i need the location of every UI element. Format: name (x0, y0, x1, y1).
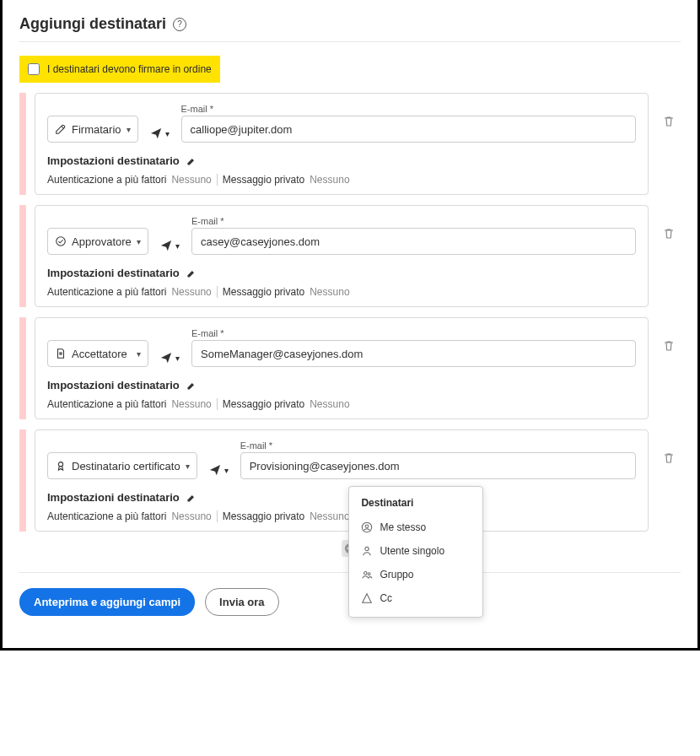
check-circle-icon (55, 235, 67, 247)
paper-plane-icon (160, 352, 172, 364)
chevron-down-icon: ▾ (137, 349, 141, 359)
help-icon[interactable]: ? (173, 18, 186, 31)
edit-settings-button[interactable] (186, 156, 197, 166)
paper-plane-icon (209, 464, 221, 476)
recipient-row: Firmatario ▾ ▾ E-mail * Im (19, 93, 681, 195)
order-accent (19, 93, 26, 195)
role-label: Accettatore (72, 348, 127, 360)
delete-recipient-button[interactable] (657, 110, 681, 133)
send-type-select[interactable]: ▾ (157, 348, 183, 367)
send-type-select[interactable]: ▾ (147, 124, 173, 143)
edit-settings-button[interactable] (186, 493, 197, 503)
paper-plane-icon (150, 127, 162, 139)
role-label: Approvatore (72, 235, 132, 248)
chevron-down-icon: ▾ (127, 125, 131, 134)
role-select[interactable]: Approvatore ▾ (47, 228, 148, 255)
chevron-down-icon: ▾ (224, 466, 229, 475)
role-select[interactable]: Accettatore ▾ (47, 340, 148, 367)
send-type-select[interactable]: ▾ (157, 236, 183, 255)
add-recipient-popover: Destinatari Me stesso Utente singolo Gru… (348, 486, 483, 618)
popover-item-group[interactable]: Gruppo (349, 563, 482, 586)
svg-point-7 (369, 573, 371, 575)
private-message-value: Nessuno (310, 174, 349, 186)
popover-title: Destinatari (349, 494, 482, 516)
private-message-value: Nessuno (310, 398, 349, 410)
edit-settings-button[interactable] (186, 268, 197, 278)
send-type-select[interactable]: ▾ (206, 461, 232, 479)
page-title: Aggiungi destinatari (19, 15, 166, 33)
mfa-value: Nessuno (171, 174, 211, 186)
send-now-button[interactable]: Invia ora (205, 588, 278, 616)
cc-icon (361, 592, 373, 604)
mfa-value: Nessuno (171, 286, 211, 298)
email-field-label: E-mail * (191, 328, 636, 338)
svg-point-4 (366, 525, 369, 528)
email-field-label: E-mail * (240, 440, 636, 451)
private-message-label: Messaggio privato (223, 174, 304, 186)
popover-item-label: Utente singolo (380, 545, 444, 557)
email-field[interactable] (191, 340, 636, 367)
paper-plane-icon (160, 240, 172, 251)
recipient-row: Approvatore ▾ ▾ E-mail * I (19, 205, 681, 307)
order-accent (19, 429, 26, 532)
user-circle-icon (361, 521, 373, 533)
recipient-settings-header: Impostazioni destinatario (47, 154, 180, 167)
email-field-label: E-mail * (191, 216, 636, 226)
sign-in-order-label: I destinatari devono firmare in ordine (47, 63, 212, 75)
preview-and-add-fields-button[interactable]: Anteprima e aggiungi campi (19, 588, 195, 616)
recipient-row: Accettatore ▾ ▾ E-mail * I (19, 317, 681, 419)
recipient-settings-header: Impostazioni destinatario (47, 267, 180, 279)
mfa-label: Autenticazione a più fattori (47, 510, 166, 522)
mfa-label: Autenticazione a più fattori (47, 174, 166, 186)
document-icon (55, 348, 67, 359)
svg-point-5 (365, 547, 369, 550)
recipient-settings-header: Impostazioni destinatario (47, 379, 180, 392)
separator (217, 174, 218, 186)
mfa-label: Autenticazione a più fattori (47, 286, 166, 298)
email-field[interactable] (181, 116, 636, 143)
order-accent (19, 317, 26, 419)
delete-recipient-button[interactable] (657, 222, 681, 246)
email-field[interactable] (191, 228, 636, 255)
svg-point-1 (58, 462, 62, 467)
separator (217, 286, 218, 298)
chevron-down-icon: ▾ (175, 354, 180, 363)
delete-recipient-button[interactable] (657, 334, 681, 358)
order-accent (19, 205, 26, 307)
popover-item-label: Gruppo (380, 569, 413, 580)
mfa-label: Autenticazione a più fattori (47, 398, 166, 410)
edit-settings-button[interactable] (186, 381, 197, 391)
separator (217, 510, 218, 522)
recipient-settings-header: Impostazioni destinatario (47, 491, 180, 504)
recipient-list: Firmatario ▾ ▾ E-mail * Im (19, 93, 681, 532)
sign-in-order-toggle[interactable]: I destinatari devono firmare in ordine (19, 56, 220, 83)
delete-recipient-button[interactable] (657, 446, 681, 470)
private-message-label: Messaggio privato (223, 398, 304, 410)
private-message-label: Messaggio privato (223, 510, 304, 522)
popover-item-label: Me stesso (380, 521, 426, 533)
group-icon (361, 569, 373, 580)
pen-icon (55, 123, 67, 135)
popover-item-cc[interactable]: Cc (349, 586, 482, 610)
certificate-icon (55, 460, 67, 472)
role-select[interactable]: Destinatario certificato ▾ (47, 452, 197, 479)
popover-item-single-user[interactable]: Utente singolo (349, 539, 482, 563)
sign-in-order-checkbox[interactable] (28, 63, 40, 75)
role-label: Destinatario certificato (72, 460, 180, 472)
chevron-down-icon: ▾ (186, 462, 190, 471)
popover-item-myself[interactable]: Me stesso (349, 516, 482, 539)
recipient-card: Firmatario ▾ ▾ E-mail * Im (35, 93, 649, 195)
svg-point-6 (364, 572, 368, 575)
mfa-value: Nessuno (171, 510, 211, 522)
mfa-value: Nessuno (171, 398, 211, 410)
email-field[interactable] (240, 452, 636, 479)
email-field-label: E-mail * (181, 104, 636, 114)
private-message-value: Nessuno (310, 510, 349, 522)
recipient-card: Accettatore ▾ ▾ E-mail * I (35, 317, 649, 419)
recipient-card: Approvatore ▾ ▾ E-mail * I (35, 205, 649, 307)
recipient-card: Destinatario certificato ▾ ▾ E-mail * (35, 429, 649, 532)
role-select[interactable]: Firmatario ▾ (47, 116, 138, 143)
chevron-down-icon: ▾ (137, 237, 141, 246)
page-header: Aggiungi destinatari ? (19, 0, 681, 42)
svg-point-0 (57, 237, 66, 246)
